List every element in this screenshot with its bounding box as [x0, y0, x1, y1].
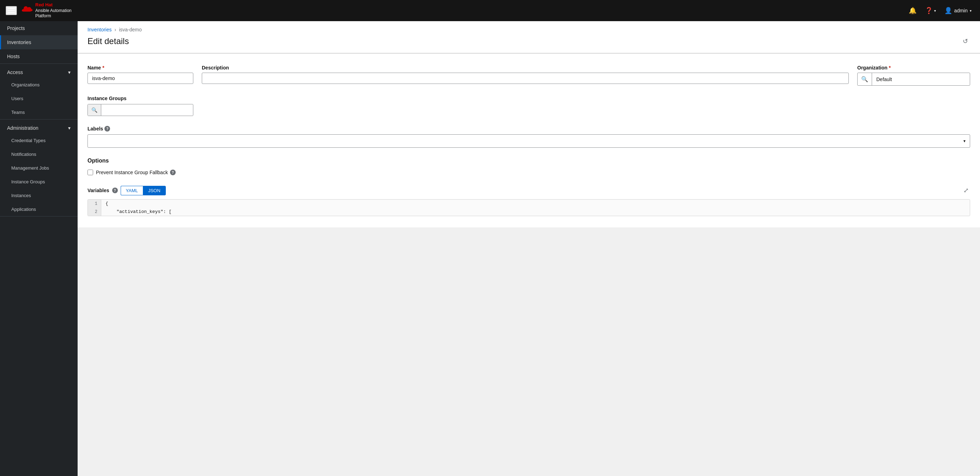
description-label: Description [202, 65, 849, 70]
variables-help-icon[interactable]: ? [112, 187, 118, 193]
page-header: Inventories › isva-demo Edit details ↺ [78, 21, 980, 53]
code-line-1: 1 { [88, 200, 970, 208]
help-button[interactable]: ❓ ▾ [922, 5, 939, 17]
breadcrumb-inventories-link[interactable]: Inventories [88, 27, 111, 32]
organizations-label: Organizations [11, 82, 40, 87]
organization-label: Organization * [857, 65, 970, 70]
description-input[interactable] [202, 73, 849, 84]
access-label: Access [7, 70, 23, 75]
notifications-label: Notifications [11, 152, 37, 157]
access-section-header[interactable]: Access ▾ [0, 64, 78, 78]
user-icon: 👤 [944, 7, 952, 14]
users-label: Users [11, 96, 23, 101]
org-required-indicator: * [889, 65, 891, 70]
teams-label: Teams [11, 109, 25, 115]
sidebar-item-users[interactable]: Users [0, 92, 78, 105]
brand-text: Red Hat Ansible Automation Platform [35, 2, 72, 19]
name-input[interactable] [88, 73, 193, 84]
json-toggle-button[interactable]: JSON [143, 186, 166, 195]
prevent-fallback-label: Prevent Instance Group Fallback ? [96, 170, 176, 175]
prevent-fallback-checkbox[interactable] [88, 170, 93, 175]
sidebar-item-notifications[interactable]: Notifications [0, 148, 78, 161]
instance-groups-label: Instance Groups [11, 179, 45, 184]
user-caret: ▾ [970, 9, 972, 13]
sidebar-item-instance-groups[interactable]: Instance Groups [0, 175, 78, 189]
instance-groups-section: Instance Groups 🔍 [88, 95, 970, 116]
line-content-2[interactable]: "activation_keys": [ [101, 208, 970, 216]
sidebar-item-applications[interactable]: Applications [0, 202, 78, 216]
main-content: Inventories › isva-demo Edit details ↺ N… [78, 21, 980, 476]
user-menu[interactable]: 👤 admin ▾ [942, 5, 974, 17]
hosts-label: Hosts [7, 54, 20, 59]
variables-label-group: Variables ? YAML JSON [88, 186, 166, 195]
administration-section-header[interactable]: Administration ▾ [0, 119, 78, 133]
labels-label: Labels ? [88, 126, 970, 132]
breadcrumb-current: isva-demo [119, 27, 142, 32]
sidebar-item-credential-types[interactable]: Credential Types [0, 133, 78, 148]
inventories-label: Inventories [7, 40, 31, 45]
sidebar-item-inventories[interactable]: Inventories [0, 35, 78, 49]
variables-section: Variables ? YAML JSON ⤢ 1 { [88, 185, 970, 216]
help-caret: ▾ [934, 9, 936, 13]
name-label: Name * [88, 65, 193, 70]
code-line-2: 2 "activation_keys": [ [88, 208, 970, 216]
instance-groups-label: Instance Groups [88, 95, 970, 101]
labels-help-icon[interactable]: ? [104, 126, 110, 132]
prevent-fallback-help-icon[interactable]: ? [170, 170, 176, 175]
sidebar-item-teams[interactable]: Teams [0, 105, 78, 119]
sidebar-item-projects[interactable]: Projects [0, 21, 78, 35]
administration-chevron-icon: ▾ [68, 125, 70, 131]
yaml-toggle-button[interactable]: YAML [121, 186, 143, 195]
name-desc-org-row: Name * Description Organization * 🔍 [88, 65, 970, 86]
variables-label: Variables [88, 187, 109, 193]
variables-header: Variables ? YAML JSON ⤢ [88, 185, 970, 196]
options-section: Options Prevent Instance Group Fallback … [88, 158, 970, 175]
sidebar-item-management-jobs[interactable]: Management Jobs [0, 161, 78, 175]
line-content-1[interactable]: { [101, 200, 970, 208]
breadcrumb-separator: › [114, 27, 116, 32]
variables-format-toggle: YAML JSON [121, 186, 166, 195]
sidebar-item-instances[interactable]: Instances [0, 189, 78, 202]
description-group: Description [202, 65, 849, 86]
line-number-2: 2 [88, 208, 101, 216]
expand-editor-icon[interactable]: ⤢ [962, 185, 970, 196]
access-chevron-icon: ▾ [68, 70, 70, 75]
labels-dropdown-arrow-icon: ▾ [963, 138, 966, 143]
prevent-fallback-row: Prevent Instance Group Fallback ? [88, 170, 970, 175]
options-title: Options [88, 158, 970, 164]
org-search-icon[interactable]: 🔍 [858, 73, 872, 85]
variables-code-editor[interactable]: 1 { 2 "activation_keys": [ [88, 199, 970, 216]
name-group: Name * [88, 65, 193, 86]
organization-input[interactable] [872, 74, 970, 85]
instance-groups-input[interactable] [101, 105, 193, 115]
administration-label: Administration [7, 125, 38, 131]
instances-label: Instances [11, 193, 31, 198]
refresh-icon: ↺ [963, 38, 968, 45]
credential-types-label: Credential Types [11, 138, 46, 143]
edit-form: Name * Description Organization * 🔍 [78, 53, 980, 227]
sidebar-item-hosts[interactable]: Hosts [0, 49, 78, 63]
page-title: Edit details [88, 36, 129, 46]
management-jobs-label: Management Jobs [11, 165, 49, 171]
line-number-1: 1 [88, 200, 101, 208]
name-required-indicator: * [102, 65, 104, 70]
organization-group: Organization * 🔍 [857, 65, 970, 86]
notifications-button[interactable]: 🔔 [906, 5, 920, 17]
username-label: admin [954, 8, 968, 13]
sidebar-item-organizations[interactable]: Organizations [0, 78, 78, 92]
redhat-logo-icon [22, 5, 32, 16]
sidebar: Projects Inventories Hosts Access ▾ Orga… [0, 21, 78, 476]
applications-label: Applications [11, 206, 36, 212]
organization-input-wrapper: 🔍 [857, 73, 970, 86]
instance-groups-input-wrapper: 🔍 [88, 104, 193, 116]
instance-groups-search-icon[interactable]: 🔍 [88, 105, 101, 116]
hamburger-menu[interactable] [6, 6, 17, 15]
question-icon: ❓ [925, 7, 933, 14]
bell-icon: 🔔 [909, 7, 916, 14]
labels-dropdown[interactable]: ▾ [88, 134, 970, 148]
top-navigation: Red Hat Ansible Automation Platform 🔔 ❓ … [0, 0, 980, 21]
projects-label: Projects [7, 25, 25, 31]
labels-section: Labels ? ▾ [88, 126, 970, 148]
refresh-button[interactable]: ↺ [961, 35, 970, 47]
breadcrumb: Inventories › isva-demo [88, 27, 970, 32]
